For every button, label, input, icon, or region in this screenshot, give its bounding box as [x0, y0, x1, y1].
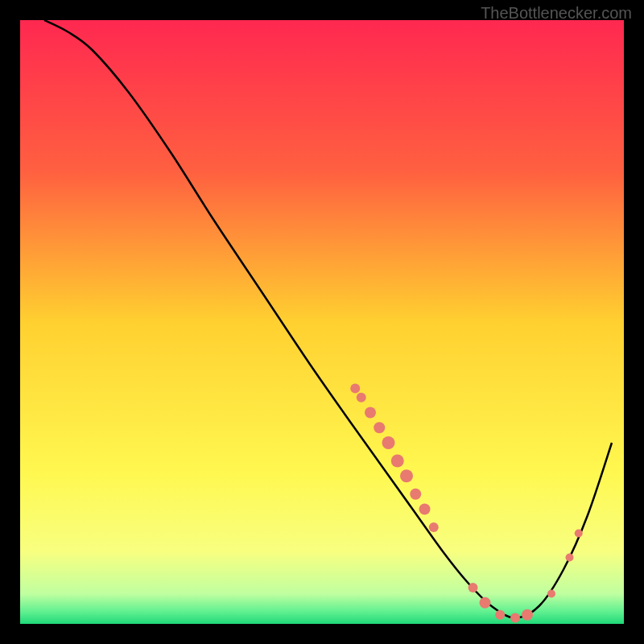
chart-svg [20, 20, 624, 624]
chart-container: TheBottlenecker.com [0, 0, 644, 644]
data-marker [575, 530, 583, 538]
gradient-background [20, 20, 624, 624]
data-marker [400, 469, 413, 482]
watermark-text: TheBottlenecker.com [481, 4, 632, 23]
data-marker [510, 613, 520, 623]
data-marker [480, 597, 491, 609]
data-marker [522, 609, 533, 621]
plot-area [20, 20, 624, 624]
data-marker [357, 393, 366, 402]
data-marker [429, 522, 439, 532]
data-marker [382, 436, 395, 449]
data-marker [365, 407, 376, 419]
data-marker [547, 590, 555, 598]
data-marker [350, 384, 360, 394]
data-marker [469, 583, 478, 592]
data-marker [391, 455, 404, 468]
data-marker [374, 422, 385, 433]
data-marker [419, 504, 431, 515]
data-marker [410, 489, 421, 500]
data-marker [566, 554, 574, 562]
data-marker [495, 610, 505, 620]
